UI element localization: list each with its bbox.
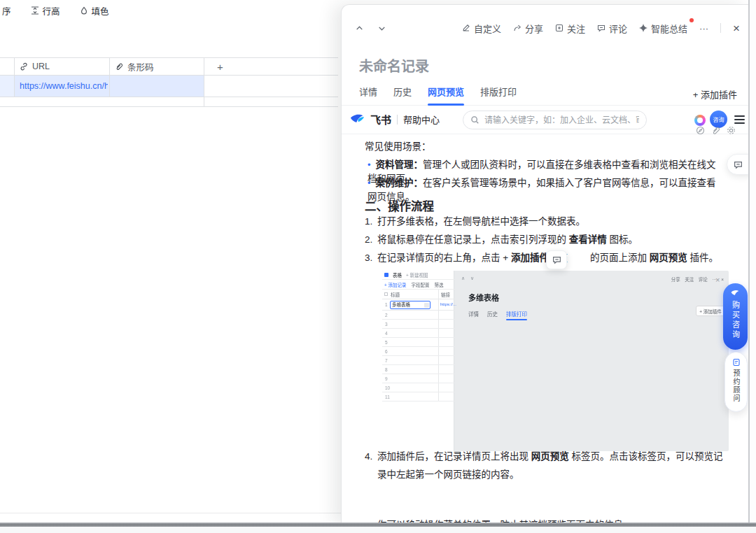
ai-assistant-icon[interactable] bbox=[694, 115, 706, 126]
fill-color-button[interactable]: 填色 bbox=[80, 4, 109, 17]
tab-print[interactable]: 排版打印 bbox=[480, 85, 517, 106]
mini-table-row: 6 bbox=[382, 347, 454, 356]
site-name[interactable]: 帮助中心 bbox=[403, 113, 440, 126]
dismiss-float-button[interactable]: × bbox=[715, 276, 720, 284]
mini-table-row: 11 bbox=[382, 392, 454, 401]
sort-button[interactable]: 序 bbox=[2, 4, 11, 17]
bullet-term: 案例维护： bbox=[376, 178, 424, 188]
bullet-dot: • bbox=[368, 178, 371, 188]
base-table: URL 条形码 + https://www.feishu.cn/h... bbox=[0, 57, 338, 107]
copy-link-icon[interactable] bbox=[711, 126, 720, 135]
web-preview-frame: 飞书 帮助中心 咨询 常见使用场景： •资料管理：管理个人或团队 bbox=[342, 106, 748, 524]
share-button[interactable]: 分享 bbox=[513, 22, 543, 35]
add-column-button[interactable]: + bbox=[204, 57, 338, 76]
panel-actions: 自定义 分享 关注 评论 智能总结 bbox=[462, 22, 740, 35]
customize-button[interactable]: 自定义 bbox=[462, 22, 501, 35]
add-record-row[interactable] bbox=[0, 97, 204, 107]
hamburger-menu-icon[interactable] bbox=[734, 115, 745, 124]
follow-label: 关注 bbox=[567, 22, 585, 35]
add-plugin-button[interactable]: + 添加插件 bbox=[693, 87, 737, 101]
mini-table-row: 7 bbox=[382, 356, 454, 365]
comment-pill-button[interactable] bbox=[727, 154, 748, 175]
row-height-icon bbox=[31, 6, 39, 15]
mini-view-tab: 表格 bbox=[393, 271, 402, 278]
help-search bbox=[463, 111, 647, 129]
bullet-term: 资料管理： bbox=[376, 159, 424, 170]
more-button[interactable]: ··· bbox=[699, 23, 708, 34]
search-icon bbox=[470, 115, 479, 125]
table-toolbar: 序 行高 填色 bbox=[0, 0, 341, 21]
helpcenter-header: 飞书 帮助中心 咨询 bbox=[342, 106, 748, 134]
brand-row: 飞书 帮助中心 bbox=[350, 112, 440, 127]
sort-label: 序 bbox=[2, 4, 11, 17]
record-title[interactable]: 未命名记录 bbox=[359, 55, 429, 76]
customize-label: 自定义 bbox=[474, 22, 501, 35]
sparkle-icon bbox=[639, 24, 648, 32]
follow-button[interactable]: 关注 bbox=[555, 22, 585, 35]
toolbar-divider bbox=[720, 23, 721, 33]
smart-summary-button[interactable]: 智能总结 bbox=[639, 22, 687, 35]
feishu-logo-white bbox=[731, 290, 740, 297]
open-in-browser-icon[interactable] bbox=[696, 126, 705, 135]
mini-table-rows: 234567891011 bbox=[382, 311, 454, 401]
mini-toolbar: + 添加记录 字段配置 筛选 bbox=[382, 280, 454, 290]
search-input[interactable] bbox=[463, 111, 647, 129]
step-text: 打开多维表格，在左侧导航栏中选择一个数据表。 bbox=[377, 216, 585, 227]
pencil-icon bbox=[462, 24, 470, 32]
mini-tabs: 详情 历史 排版打印 bbox=[468, 310, 527, 318]
paperclip-icon bbox=[115, 62, 123, 71]
row1-barcode-cell[interactable] bbox=[110, 76, 204, 97]
mini-table-row: 8 bbox=[382, 365, 454, 374]
mini-view-tabbar: 表格 + 新建视图 bbox=[382, 271, 454, 280]
add-column-label: + bbox=[217, 61, 223, 73]
bullet-dot: • bbox=[368, 159, 371, 170]
record-nav bbox=[351, 20, 389, 36]
tab-history[interactable]: 历史 bbox=[393, 85, 412, 106]
mini-checkbox bbox=[384, 292, 388, 296]
row1-url-link[interactable]: https://www.feishu.cn/h... bbox=[20, 81, 108, 91]
mini-table-row: 4 bbox=[382, 329, 454, 338]
mini-base-table: 表格 + 新建视图 + 添加记录 字段配置 筛选 标题 链接 bbox=[382, 271, 454, 451]
buy-consult-button[interactable]: 购买咨询 bbox=[723, 283, 748, 350]
barcode-column-header[interactable]: 条形码 bbox=[110, 57, 204, 76]
link-icon bbox=[20, 62, 28, 71]
index-column-header[interactable] bbox=[0, 57, 15, 76]
brand-name[interactable]: 飞书 bbox=[370, 112, 391, 127]
book-consultant-button[interactable]: 预约顾问 bbox=[724, 352, 748, 412]
mini-table-row: 3 bbox=[382, 320, 454, 329]
mini-grid-icon bbox=[384, 273, 388, 277]
comment-label: 评论 bbox=[609, 22, 627, 35]
mini-table-row: 9 bbox=[382, 374, 454, 383]
mini-add-plugin-button: + 添加插件 bbox=[696, 306, 725, 316]
step-number: 4. bbox=[365, 448, 372, 466]
preview-operation-menu bbox=[696, 126, 736, 135]
comment-bubble-icon bbox=[552, 255, 561, 264]
scenes-title: 常见使用场景： bbox=[365, 140, 431, 154]
comment-button[interactable]: 评论 bbox=[597, 22, 627, 35]
previous-record-button[interactable] bbox=[351, 20, 367, 36]
comment-icon bbox=[597, 24, 606, 32]
mini-row-1: 1 多维表格 https://... bbox=[382, 299, 454, 311]
steps-list: 1.打开多维表格，在左侧导航栏中选择一个数据表。 2.将鼠标悬停在任意记录上，点… bbox=[365, 213, 723, 267]
settings-gear-icon[interactable] bbox=[727, 126, 736, 135]
row1-index-cell[interactable] bbox=[0, 76, 15, 97]
buy-consult-label: 购买咨询 bbox=[730, 301, 741, 340]
book-consultant-label: 预约顾问 bbox=[731, 369, 741, 403]
mini-table-row: 2 bbox=[382, 311, 454, 320]
add-record-row-right bbox=[204, 97, 338, 107]
chevron-down-icon bbox=[377, 24, 386, 33]
barcode-column-label: 条形码 bbox=[127, 60, 154, 73]
tab-web-preview[interactable]: 网页预览 bbox=[428, 85, 464, 106]
url-column-label: URL bbox=[32, 62, 50, 71]
row1-extra-cell bbox=[204, 76, 338, 97]
next-record-button[interactable] bbox=[374, 20, 389, 36]
row-height-button[interactable]: 行高 bbox=[31, 4, 60, 17]
floating-comment-button[interactable] bbox=[546, 250, 567, 269]
window-bottom-margin bbox=[0, 527, 756, 533]
row1-url-cell[interactable]: https://www.feishu.cn/h... bbox=[15, 76, 110, 97]
mini-nav-chevrons: ∧ ∨ bbox=[461, 276, 476, 281]
mini-table-header: 标题 链接 bbox=[382, 290, 454, 299]
url-column-header[interactable]: URL bbox=[15, 57, 110, 76]
tab-detail[interactable]: 详情 bbox=[359, 85, 377, 106]
close-panel-button[interactable]: × bbox=[733, 22, 740, 34]
